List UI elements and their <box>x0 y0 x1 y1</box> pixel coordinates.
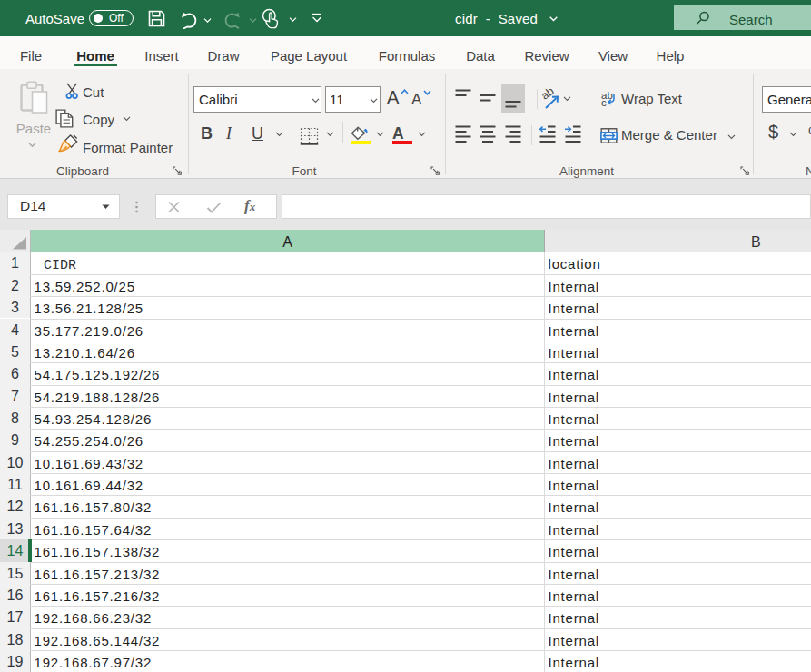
svg-text:c: c <box>601 97 607 108</box>
